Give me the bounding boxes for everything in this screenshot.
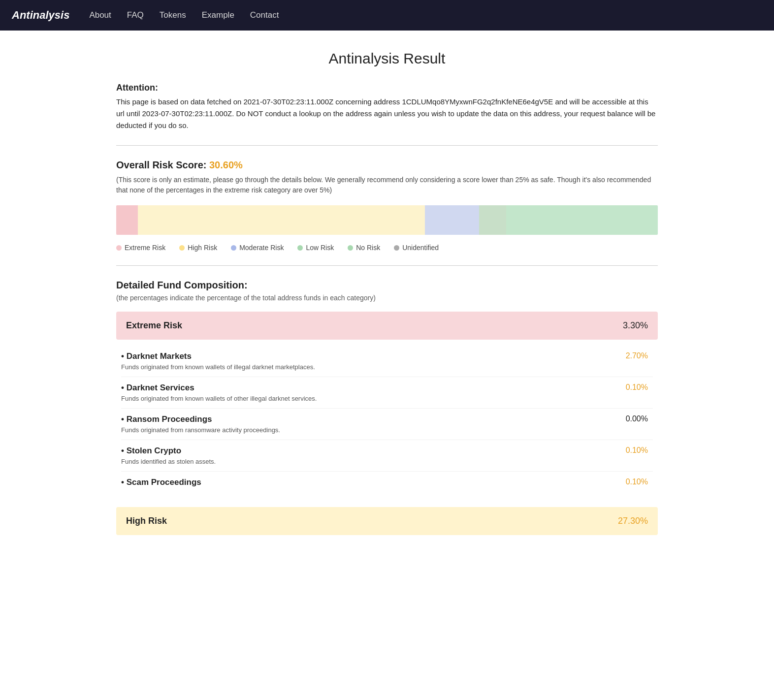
legend-unidentified: Unidentified [394, 244, 439, 252]
subcategory-name-darknet-services: Darknet Services [121, 383, 609, 393]
legend-dot-low [297, 245, 303, 251]
category-extreme-pct: 3.30% [623, 320, 648, 331]
attention-block: Attention: This page is based on data fe… [116, 83, 658, 131]
legend-extreme: Extreme Risk [116, 244, 165, 252]
legend-label-low: Low Risk [306, 244, 334, 252]
subcategory-name-darknet-markets: Darknet Markets [121, 351, 609, 361]
fund-composition-note: (the percentages indicate the percentage… [116, 294, 658, 302]
risk-score-value: 30.60% [209, 159, 243, 170]
risk-bar [116, 205, 658, 235]
legend-norisk: No Risk [348, 244, 380, 252]
main-content: Antinalysis Result Attention: This page … [106, 31, 668, 571]
subcategory-pct-stolen-crypto: 0.10% [609, 446, 648, 455]
divider-1 [116, 145, 658, 146]
subcategory-list-extreme: Darknet Markets Funds originated from kn… [116, 346, 658, 495]
category-extreme-label: Extreme Risk [126, 320, 182, 331]
attention-label: Attention: [116, 83, 658, 93]
legend-label-norisk: No Risk [356, 244, 380, 252]
risk-bar-norisk [506, 205, 631, 235]
page-title: Antinalysis Result [116, 50, 658, 67]
list-item: Scam Proceedings 0.10% [121, 472, 653, 495]
legend-label-extreme: Extreme Risk [125, 244, 165, 252]
subcategory-name-ransom: Ransom Proceedings [121, 414, 609, 424]
list-item: Darknet Markets Funds originated from kn… [121, 346, 653, 377]
list-item: Ransom Proceedings Funds originated from… [121, 409, 653, 440]
nav-faq[interactable]: FAQ [127, 10, 144, 20]
subcategory-pct-scam: 0.10% [609, 477, 648, 486]
subcategory-desc-stolen-crypto: Funds identified as stolen assets. [121, 458, 609, 465]
category-high-risk: High Risk 27.30% [116, 507, 658, 535]
nav-about[interactable]: About [89, 10, 111, 20]
list-item: Darknet Services Funds originated from k… [121, 377, 653, 409]
category-extreme-risk: Extreme Risk 3.30% [116, 312, 658, 340]
navbar: Antinalysis About FAQ Tokens Example Con… [0, 0, 774, 31]
category-high-pct: 27.30% [618, 516, 648, 526]
legend-low: Low Risk [297, 244, 334, 252]
subcategory-desc-darknet-markets: Funds originated from known wallets of i… [121, 363, 609, 371]
subcategory-pct-darknet-markets: 2.70% [609, 351, 648, 360]
subcategory-pct-ransom: 0.00% [609, 414, 648, 423]
risk-score-note: (This score is only an estimate, please … [116, 175, 658, 195]
risk-bar-unidentified [631, 205, 658, 235]
fund-composition-title: Detailed Fund Composition: [116, 280, 658, 291]
divider-2 [116, 265, 658, 266]
subcategory-name-scam: Scam Proceedings [121, 477, 609, 487]
risk-bar-extreme [116, 205, 138, 235]
risk-bar-low [479, 205, 506, 235]
legend-label-high: High Risk [188, 244, 217, 252]
risk-score-label: Overall Risk Score: 30.60% [116, 159, 658, 171]
legend-dot-norisk [348, 245, 353, 251]
nav-tokens[interactable]: Tokens [160, 10, 186, 20]
legend-dot-moderate [231, 245, 236, 251]
risk-bar-high [138, 205, 425, 235]
nav-links: About FAQ Tokens Example Contact [89, 10, 279, 20]
legend-dot-extreme [116, 245, 122, 251]
legend-label-unidentified: Unidentified [402, 244, 439, 252]
risk-bar-moderate [425, 205, 479, 235]
legend-high: High Risk [179, 244, 217, 252]
subcategory-desc-ransom: Funds originated from ransomware activit… [121, 426, 609, 434]
legend-dot-unidentified [394, 245, 399, 251]
list-item: Stolen Crypto Funds identified as stolen… [121, 440, 653, 472]
nav-example[interactable]: Example [202, 10, 234, 20]
attention-text: This page is based on data fetched on 20… [116, 96, 658, 131]
subcategory-name-stolen-crypto: Stolen Crypto [121, 446, 609, 456]
nav-logo: Antinalysis [12, 9, 69, 22]
risk-legend: Extreme Risk High Risk Moderate Risk Low… [116, 244, 658, 252]
subcategory-pct-darknet-services: 0.10% [609, 383, 648, 392]
legend-moderate: Moderate Risk [231, 244, 284, 252]
legend-label-moderate: Moderate Risk [239, 244, 284, 252]
nav-contact[interactable]: Contact [250, 10, 279, 20]
legend-dot-high [179, 245, 185, 251]
category-high-label: High Risk [126, 516, 167, 526]
subcategory-desc-darknet-services: Funds originated from known wallets of o… [121, 395, 609, 402]
